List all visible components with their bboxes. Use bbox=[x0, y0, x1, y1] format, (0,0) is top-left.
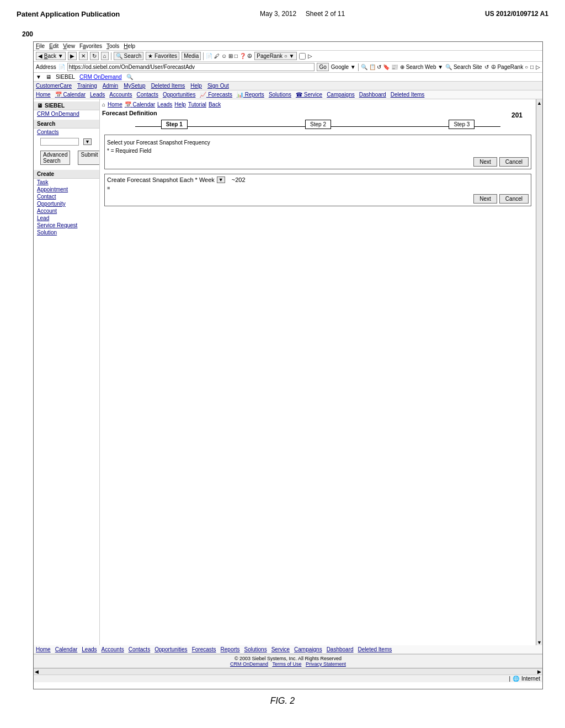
back-button[interactable]: ◀ Back ▼ bbox=[36, 52, 66, 60]
nav-accounts[interactable]: Accounts bbox=[109, 92, 132, 98]
sidebar-opportunity[interactable]: Opportunity bbox=[34, 200, 99, 207]
favorites-button[interactable]: ★ Favorites bbox=[146, 52, 179, 60]
nav-leads[interactable]: Leads bbox=[90, 92, 105, 98]
footer-campaigns[interactable]: Campaigns bbox=[294, 646, 322, 652]
sidebar-contact[interactable]: Contact bbox=[34, 193, 99, 200]
mysetup-link[interactable]: MySetup bbox=[124, 83, 145, 89]
menu-help[interactable]: Help bbox=[124, 43, 135, 49]
footer-dashboard[interactable]: Dashboard bbox=[327, 646, 354, 652]
nav-service[interactable]: ☎ Service bbox=[296, 92, 322, 98]
sidebar-solution[interactable]: Solution bbox=[34, 229, 99, 236]
search-button[interactable]: 🔍 Search bbox=[114, 52, 143, 60]
footer-contacts[interactable]: Contacts bbox=[129, 646, 150, 652]
wizard-frequency-label: Select your Forecast Snapshot Frequency bbox=[107, 140, 210, 146]
nav-opportunities[interactable]: Opportunities bbox=[163, 92, 195, 98]
nav-campaigns[interactable]: Campaigns bbox=[327, 92, 355, 98]
nav-forecasts[interactable]: 📈 Forecasts bbox=[200, 92, 232, 98]
admin-link[interactable]: Admin bbox=[103, 83, 118, 89]
stop-button[interactable]: ✕ bbox=[79, 52, 88, 60]
wizard-week-dropdown[interactable]: ▼ bbox=[217, 176, 225, 183]
sidebar-crm-link[interactable]: CRM OnDemand bbox=[34, 110, 99, 117]
copyright-text: © 2003 Siebel Systems, Inc. All Rights R… bbox=[234, 656, 342, 661]
help-link[interactable]: Help bbox=[190, 83, 202, 89]
vertical-scrollbar[interactable]: ▲ ▼ bbox=[536, 99, 542, 645]
footer-reports[interactable]: Reports bbox=[221, 646, 240, 652]
scroll-down-icon[interactable]: ▼ bbox=[537, 640, 542, 645]
wizard-cancel-btn1[interactable]: Cancel bbox=[499, 157, 529, 167]
menu-tools[interactable]: Tools bbox=[106, 43, 119, 49]
sidebar-lead[interactable]: Lead bbox=[34, 215, 99, 222]
address-input[interactable] bbox=[67, 63, 315, 71]
footer-crm-link[interactable]: CRM OnDemand bbox=[230, 661, 268, 667]
hscroll-right-icon[interactable]: ▶ bbox=[537, 669, 541, 675]
sidebar-search-dropdown[interactable]: ▼ bbox=[83, 138, 92, 145]
nav-deleteditems[interactable]: Deleted Items bbox=[391, 92, 425, 98]
submit-button[interactable]: Submit bbox=[78, 151, 100, 165]
breadcrumb-help[interactable]: Help bbox=[174, 101, 186, 108]
nav-home[interactable]: Home bbox=[36, 92, 51, 98]
wizard-box1: Select your Forecast Snapshot Frequency … bbox=[104, 135, 531, 169]
toolbar-checkbox[interactable] bbox=[299, 53, 306, 60]
google-dropdown[interactable]: Google ▼ bbox=[331, 64, 356, 70]
footer-accounts[interactable]: Accounts bbox=[102, 646, 124, 652]
wizard-next-btn1[interactable]: Next bbox=[473, 157, 497, 167]
header-date: May 3, 2012 bbox=[260, 10, 296, 18]
wizard-frequency-row: Select your Forecast Snapshot Frequency bbox=[107, 140, 529, 146]
scroll-up-icon[interactable]: ▲ bbox=[537, 100, 542, 106]
media-button[interactable]: Media bbox=[182, 52, 201, 60]
footer-forecasts[interactable]: Forecasts bbox=[192, 646, 216, 652]
menu-favorites[interactable]: Favorites bbox=[79, 43, 102, 49]
footer-deleteditems[interactable]: Deleted Items bbox=[358, 646, 392, 652]
footer-home[interactable]: Home bbox=[36, 646, 51, 652]
menu-file[interactable]: File bbox=[36, 43, 45, 49]
search-web-btn[interactable]: ⊕ Search Web ▼ bbox=[400, 64, 443, 70]
horizontal-scrollbar[interactable]: ◀ ▶ bbox=[34, 668, 542, 675]
nav-solutions[interactable]: Solutions bbox=[269, 92, 291, 98]
home-button[interactable]: ⌂ bbox=[101, 52, 109, 60]
breadcrumb-back[interactable]: Back bbox=[209, 101, 221, 108]
breadcrumb-calendar[interactable]: 📅 Calendar bbox=[125, 101, 155, 108]
menu-view[interactable]: View bbox=[63, 43, 75, 49]
sidebar-crm-title: 🖥 SIEBEL bbox=[34, 101, 99, 110]
footer-opportunities[interactable]: Opportunities bbox=[154, 646, 187, 652]
nav-calendar[interactable]: 📅 Calendar bbox=[55, 92, 86, 98]
training-link[interactable]: Training bbox=[77, 83, 97, 89]
sidebar-crm-section: 🖥 SIEBEL CRM OnDemand bbox=[34, 101, 99, 117]
app-body: 🖥 SIEBEL CRM OnDemand Search Contacts ▼ bbox=[34, 99, 542, 645]
hscroll-left-icon[interactable]: ◀ bbox=[35, 669, 39, 675]
breadcrumb-tutorial[interactable]: Tutorial bbox=[188, 101, 206, 108]
menu-edit[interactable]: Edit bbox=[49, 43, 58, 49]
refresh-button[interactable]: ↻ bbox=[90, 52, 99, 60]
signout-link[interactable]: Sign Out bbox=[207, 83, 229, 89]
pagerank-button[interactable]: PageRank ○ ▼ bbox=[254, 52, 296, 60]
sidebar-contacts-item[interactable]: Contacts bbox=[34, 129, 99, 136]
wizard-cancel-btn2[interactable]: Cancel bbox=[499, 194, 529, 204]
nav-contacts[interactable]: Contacts bbox=[136, 92, 158, 98]
address-label: Address bbox=[36, 64, 56, 70]
deleteditems-link[interactable]: Deleted Items bbox=[151, 83, 185, 89]
footer-privacy-link[interactable]: Privacy Statement bbox=[306, 661, 346, 667]
footer-calendar[interactable]: Calendar bbox=[55, 646, 78, 652]
advanced-search-button[interactable]: Advanced Search bbox=[40, 151, 70, 165]
go-button[interactable]: Go bbox=[317, 63, 328, 71]
forward-button[interactable]: ▶ bbox=[68, 52, 77, 60]
nav-reports[interactable]: 📊 Reports bbox=[237, 92, 264, 98]
breadcrumb-leads[interactable]: Leads bbox=[157, 101, 172, 108]
footer-leads[interactable]: Leads bbox=[82, 646, 97, 652]
footer-solutions[interactable]: Solutions bbox=[244, 646, 267, 652]
sidebar-task[interactable]: Task bbox=[34, 179, 99, 186]
crm-ondemand-link[interactable]: CRM OnDemand bbox=[79, 74, 122, 80]
breadcrumb-home[interactable]: Home bbox=[108, 101, 122, 108]
customercafe-link[interactable]: CustomerCare bbox=[36, 83, 72, 89]
wizard-next-btn2[interactable]: Next bbox=[473, 194, 497, 204]
wizard-steps: Step 1 Step 2 Step 3 bbox=[102, 120, 534, 129]
footer-service[interactable]: Service bbox=[271, 646, 290, 652]
sidebar-account[interactable]: Account bbox=[34, 207, 99, 215]
nav-dashboard[interactable]: Dashboard bbox=[359, 92, 386, 98]
sidebar-appointment[interactable]: Appointment bbox=[34, 186, 99, 193]
sidebar-search-input[interactable] bbox=[40, 138, 79, 146]
search-site-btn[interactable]: 🔍 Search Site bbox=[445, 64, 482, 70]
footer-terms-link[interactable]: Terms of Use bbox=[272, 661, 301, 667]
sidebar-service-request[interactable]: Service Request bbox=[34, 222, 99, 229]
ref-201: 201 bbox=[511, 111, 523, 119]
